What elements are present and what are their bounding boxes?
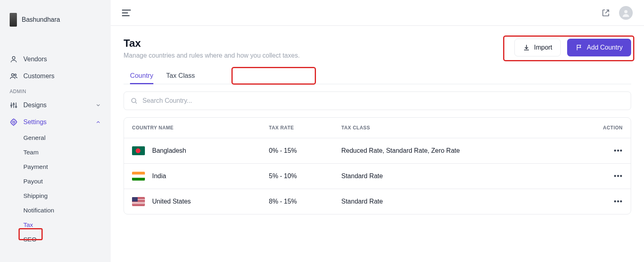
- sidebar-item-label: Customers: [23, 73, 54, 80]
- brand-name: Bashundhara: [22, 16, 60, 23]
- brand-icon: [10, 13, 17, 27]
- page-subtitle: Manage countries and rules where and how…: [124, 52, 300, 59]
- svg-point-5: [15, 106, 17, 108]
- table-row: United States 8% - 15% Standard Rate •••: [124, 189, 631, 214]
- sidebar: Bashundhara Vendors Customers ADMIN Desi…: [0, 0, 111, 262]
- avatar[interactable]: [619, 6, 633, 20]
- sidebar-sub-general[interactable]: General: [0, 131, 111, 145]
- menu-icon[interactable]: [122, 9, 131, 17]
- tab-country[interactable]: Country: [130, 67, 153, 84]
- sidebar-sub-tax[interactable]: Tax: [0, 218, 111, 232]
- search-input[interactable]: [142, 97, 624, 104]
- external-link-icon[interactable]: [601, 8, 610, 17]
- flag-us-icon: [132, 197, 145, 206]
- svg-point-3: [11, 105, 12, 106]
- svg-point-4: [13, 104, 14, 105]
- sidebar-item-settings[interactable]: Settings: [0, 114, 111, 131]
- sidebar-item-customers[interactable]: Customers: [0, 68, 111, 85]
- svg-point-6: [13, 121, 15, 123]
- chevron-up-icon: [95, 119, 101, 125]
- search-icon: [130, 97, 138, 104]
- add-country-label: Add Country: [587, 44, 623, 51]
- row-actions-icon[interactable]: •••: [614, 198, 623, 206]
- sidebar-group-admin: ADMIN: [0, 85, 111, 97]
- sidebar-item-label: Settings: [23, 119, 47, 126]
- sliders-icon: [10, 101, 18, 109]
- import-label: Import: [534, 44, 552, 51]
- sidebar-item-vendors[interactable]: Vendors: [0, 51, 111, 68]
- country-name: India: [152, 173, 166, 180]
- gear-icon: [10, 118, 18, 126]
- sidebar-item-label: Designs: [23, 102, 47, 109]
- svg-point-10: [624, 10, 627, 13]
- page-title: Tax: [124, 37, 300, 50]
- brand[interactable]: Bashundhara: [0, 8, 111, 31]
- sidebar-sub-notification[interactable]: Notification: [0, 203, 111, 218]
- svg-point-0: [12, 56, 15, 59]
- table-header: COUNTRY NAME TAX RATE TAX CLASS ACTION: [124, 118, 631, 138]
- sidebar-sub-payout[interactable]: Payout: [0, 174, 111, 189]
- sidebar-sub-payment[interactable]: Payment: [0, 160, 111, 174]
- user-icon: [10, 55, 18, 63]
- table-row: India 5% - 10% Standard Rate •••: [124, 163, 631, 189]
- sidebar-item-designs[interactable]: Designs: [0, 97, 111, 114]
- import-button[interactable]: Import: [514, 39, 561, 56]
- tax-class: Reduced Rate, Standard Rate, Zero Rate: [341, 147, 590, 154]
- col-header-class: TAX CLASS: [341, 125, 590, 131]
- tax-rate: 8% - 15%: [269, 198, 341, 205]
- users-icon: [10, 72, 18, 80]
- col-header-action: ACTION: [590, 125, 623, 131]
- tax-rate: 5% - 10%: [269, 173, 341, 180]
- tax-class: Standard Rate: [341, 198, 590, 205]
- main-content: Tax Manage countries and rules where and…: [111, 0, 644, 262]
- sidebar-sub-seo[interactable]: SEO: [0, 232, 111, 247]
- row-actions-icon[interactable]: •••: [614, 147, 623, 155]
- tax-rate: 0% - 15%: [269, 147, 341, 154]
- add-country-button[interactable]: Add Country: [567, 39, 631, 56]
- col-header-name: COUNTRY NAME: [132, 125, 269, 131]
- flag-icon: [576, 44, 583, 51]
- svg-point-2: [14, 74, 16, 76]
- search-box[interactable]: [124, 91, 631, 110]
- country-name: United States: [152, 198, 191, 205]
- chevron-down-icon: [95, 102, 101, 108]
- download-icon: [523, 44, 530, 51]
- country-name: Bangladesh: [152, 147, 186, 154]
- table-row: Bangladesh 0% - 15% Reduced Rate, Standa…: [124, 138, 631, 163]
- tab-tax-class[interactable]: Tax Class: [166, 67, 195, 84]
- flag-bangladesh-icon: [132, 146, 145, 155]
- col-header-rate: TAX RATE: [269, 125, 341, 131]
- sidebar-sub-team[interactable]: Team: [0, 145, 111, 160]
- svg-point-1: [12, 74, 14, 76]
- tabs: Country Tax Class: [124, 67, 631, 84]
- countries-table: COUNTRY NAME TAX RATE TAX CLASS ACTION B…: [124, 117, 631, 214]
- sidebar-sub-shipping[interactable]: Shipping: [0, 189, 111, 203]
- row-actions-icon[interactable]: •••: [614, 172, 623, 180]
- sidebar-item-label: Vendors: [23, 56, 47, 63]
- tax-class: Standard Rate: [341, 173, 590, 180]
- svg-point-11: [132, 98, 136, 103]
- flag-india-icon: [132, 172, 145, 181]
- topbar: [111, 0, 644, 26]
